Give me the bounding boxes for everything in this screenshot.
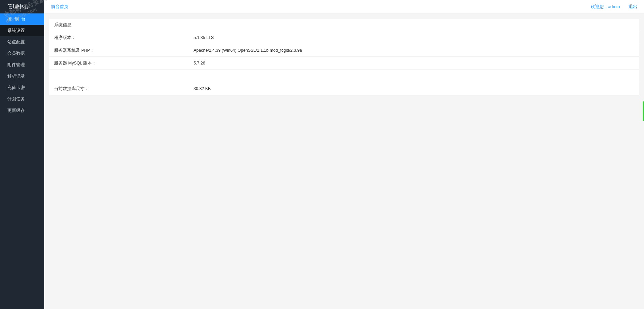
system-info-panel: 系统信息 程序版本： 5.1.35 LTS 服务器系统及 PHP： Apache… bbox=[49, 18, 639, 95]
sidebar-item-attachments[interactable]: 附件管理 bbox=[0, 59, 44, 71]
sidebar-item-console[interactable]: 控 制 台 bbox=[0, 13, 44, 25]
panel-title: 系统信息 bbox=[49, 18, 639, 31]
sidebar-title: 管理中心 bbox=[0, 0, 44, 13]
topbar-left: 前台首页 bbox=[51, 4, 68, 10]
welcome-user-link[interactable]: 欢迎您，admin bbox=[591, 4, 620, 10]
table-row: 服务器 MySQL 版本： 5.7.26 bbox=[49, 57, 639, 70]
sidebar-item-scheduled-tasks[interactable]: 计划任务 bbox=[0, 93, 44, 100]
info-label-server-php: 服务器系统及 PHP： bbox=[49, 44, 194, 56]
info-value-server-php: Apache/2.4.39 (Win64) OpenSSL/1.1.1b mod… bbox=[194, 44, 639, 56]
info-label-program-version: 程序版本： bbox=[49, 31, 194, 44]
frontend-home-link[interactable]: 前台首页 bbox=[51, 4, 68, 9]
info-label-mysql-version: 服务器 MySQL 版本： bbox=[49, 57, 194, 69]
table-row: 当前数据库尺寸： 30.32 KB bbox=[49, 82, 639, 95]
table-row-blank bbox=[49, 70, 639, 82]
table-row: 服务器系统及 PHP： Apache/2.4.39 (Win64) OpenSS… bbox=[49, 44, 639, 57]
sidebar-item-members[interactable]: 会员数据 bbox=[0, 48, 44, 59]
sidebar: 管理中心 控 制 台 系统设置 站点配置 会员数据 附件管理 解析记录 充值卡密… bbox=[0, 0, 44, 100]
content-wrapper: 系统信息 程序版本： 5.1.35 LTS 服务器系统及 PHP： Apache… bbox=[44, 13, 644, 100]
sidebar-item-system-settings[interactable]: 系统设置 bbox=[0, 25, 44, 36]
info-label-db-size: 当前数据库尺寸： bbox=[49, 82, 194, 95]
logout-link[interactable]: 退出 bbox=[629, 4, 637, 10]
info-value-program-version: 5.1.35 LTS bbox=[194, 31, 639, 44]
main-content: 系统信息 程序版本： 5.1.35 LTS 服务器系统及 PHP： Apache… bbox=[44, 0, 644, 100]
topbar: 前台首页 欢迎您，admin 退出 bbox=[44, 0, 644, 13]
sidebar-item-recharge-cards[interactable]: 充值卡密 bbox=[0, 82, 44, 93]
sidebar-item-site-config[interactable]: 站点配置 bbox=[0, 36, 44, 48]
info-value-mysql-version: 5.7.26 bbox=[194, 57, 639, 69]
info-value-db-size: 30.32 KB bbox=[194, 82, 639, 95]
table-row: 程序版本： 5.1.35 LTS bbox=[49, 31, 639, 44]
sidebar-item-parse-records[interactable]: 解析记录 bbox=[0, 71, 44, 82]
sidebar-menu: 控 制 台 系统设置 站点配置 会员数据 附件管理 解析记录 充值卡密 计划任务… bbox=[0, 13, 44, 100]
